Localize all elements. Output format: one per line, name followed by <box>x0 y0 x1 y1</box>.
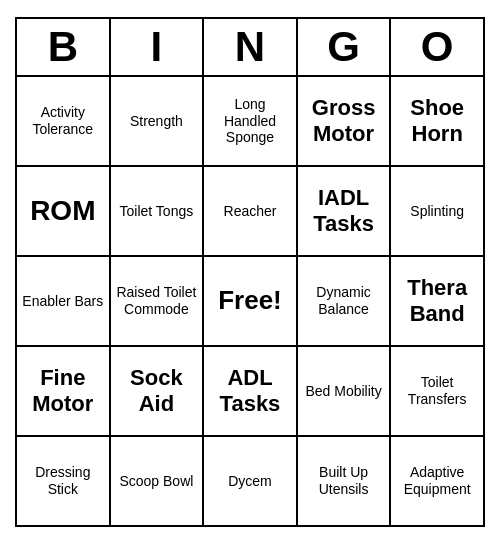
bingo-cell-3-4[interactable]: Toilet Transfers <box>391 347 483 435</box>
bingo-cell-1-4[interactable]: Splinting <box>391 167 483 255</box>
bingo-cell-3-0[interactable]: Fine Motor <box>17 347 111 435</box>
header-letter-B: B <box>17 19 111 75</box>
bingo-cell-4-0[interactable]: Dressing Stick <box>17 437 111 525</box>
header-letter-I: I <box>111 19 205 75</box>
bingo-header: BINGO <box>17 19 483 77</box>
bingo-cell-0-3[interactable]: Gross Motor <box>298 77 392 165</box>
bingo-cell-4-3[interactable]: Built Up Utensils <box>298 437 392 525</box>
header-letter-G: G <box>298 19 392 75</box>
bingo-cell-0-2[interactable]: Long Handled Sponge <box>204 77 298 165</box>
bingo-cell-3-1[interactable]: Sock Aid <box>111 347 205 435</box>
bingo-cell-1-1[interactable]: Toilet Tongs <box>111 167 205 255</box>
bingo-cell-4-4[interactable]: Adaptive Equipment <box>391 437 483 525</box>
bingo-cell-1-2[interactable]: Reacher <box>204 167 298 255</box>
bingo-row-1: ROMToilet TongsReacherIADL TasksSplintin… <box>17 167 483 257</box>
bingo-cell-4-2[interactable]: Dycem <box>204 437 298 525</box>
bingo-cell-3-2[interactable]: ADL Tasks <box>204 347 298 435</box>
bingo-board: BINGO Activity ToleranceStrengthLong Han… <box>15 17 485 527</box>
header-letter-O: O <box>391 19 483 75</box>
bingo-cell-1-3[interactable]: IADL Tasks <box>298 167 392 255</box>
bingo-cell-4-1[interactable]: Scoop Bowl <box>111 437 205 525</box>
bingo-cell-0-1[interactable]: Strength <box>111 77 205 165</box>
bingo-cell-2-0[interactable]: Enabler Bars <box>17 257 111 345</box>
bingo-cell-2-1[interactable]: Raised Toilet Commode <box>111 257 205 345</box>
header-letter-N: N <box>204 19 298 75</box>
bingo-cell-2-2[interactable]: Free! <box>204 257 298 345</box>
bingo-row-3: Fine MotorSock AidADL TasksBed MobilityT… <box>17 347 483 437</box>
bingo-cell-0-0[interactable]: Activity Tolerance <box>17 77 111 165</box>
bingo-row-2: Enabler BarsRaised Toilet CommodeFree!Dy… <box>17 257 483 347</box>
bingo-cell-2-3[interactable]: Dynamic Balance <box>298 257 392 345</box>
bingo-cell-3-3[interactable]: Bed Mobility <box>298 347 392 435</box>
bingo-cell-1-0[interactable]: ROM <box>17 167 111 255</box>
bingo-cell-0-4[interactable]: Shoe Horn <box>391 77 483 165</box>
bingo-row-0: Activity ToleranceStrengthLong Handled S… <box>17 77 483 167</box>
bingo-row-4: Dressing StickScoop BowlDycemBuilt Up Ut… <box>17 437 483 525</box>
bingo-cell-2-4[interactable]: Thera Band <box>391 257 483 345</box>
bingo-grid: Activity ToleranceStrengthLong Handled S… <box>17 77 483 525</box>
